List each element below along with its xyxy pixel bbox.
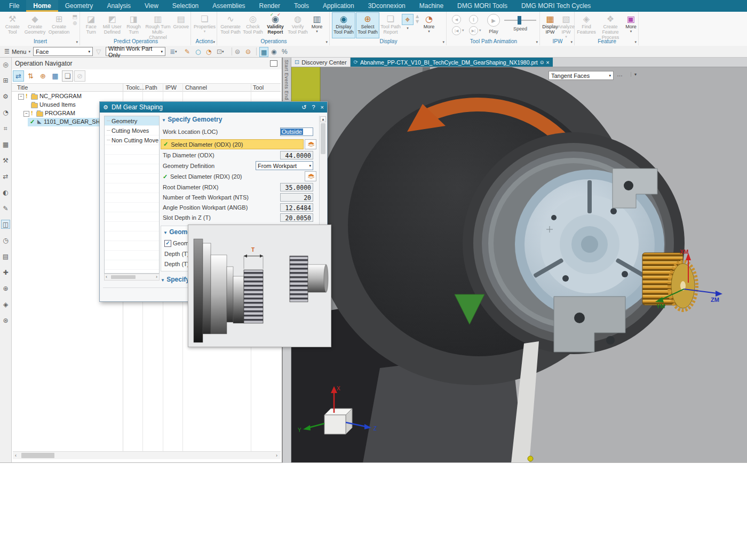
step-backward-button[interactable]: ◀ [452,15,461,24]
scrollbar-thumb[interactable] [21,453,54,458]
face-rule-select[interactable]: Tangent Faces▾ [549,71,614,80]
tree-row-nc-program[interactable]: − ! NC_PROGRAM [12,92,281,101]
scroll-right-icon[interactable]: › [276,453,277,458]
more-options-button[interactable]: … [617,71,623,77]
menu-geometry[interactable]: Geometry [58,0,100,12]
create-tool-button[interactable]: ⚒Create Tool [2,12,22,38]
type-filter-select[interactable]: Face▾ [33,47,93,56]
column-ipw[interactable]: IPW [165,84,177,91]
menu-application[interactable]: Application [316,0,361,12]
3d-scene[interactable]: XM ZM YM X Y Z [283,67,747,463]
angle-position-field[interactable]: 12.6484 [280,203,313,212]
root-diameter-field[interactable]: 35.0000 [280,183,313,191]
process-assistant-icon[interactable]: ⇄ [1,172,10,181]
expand-toolbar-icon[interactable]: ▾ [631,72,637,77]
slot-depth-field[interactable]: 20.0050 [280,213,313,222]
group-dropdown-icon[interactable]: ▾ [76,40,78,44]
menu-assemblies[interactable]: Assemblies [205,0,252,12]
export-icon[interactable]: ⊕ [37,70,49,82]
find-features-button[interactable]: ◈Find Features [577,12,596,38]
close-tab-icon[interactable]: × [546,59,549,66]
column-channel[interactable]: Channel [185,84,207,91]
panel-window-icon[interactable] [270,60,277,67]
scope-filter-select[interactable]: Within Work Part Only▾ [106,47,165,56]
history-palette-icon[interactable]: ◫ [1,220,10,229]
point-snap-icon[interactable]: ✎ [185,47,190,56]
display-more-button[interactable]: ◔More▾ [421,12,437,38]
close-dialog-icon[interactable]: × [321,104,324,111]
feature-more-button[interactable]: ▣More▾ [625,12,637,38]
column-tool[interactable]: Tool [253,84,264,91]
tab-part-file[interactable]: ⟳ Abnahme_PP-CTX_V10_BI_TechCycle_DM_Gea… [351,58,553,67]
shaded-display-icon[interactable]: ▦ [259,47,268,57]
go-to-end-button[interactable]: ▶| [469,26,478,35]
rotate-object-icon[interactable]: ⊝ [245,47,251,56]
graphics-window[interactable]: Start Events End E ⊡ Discovery Center ⟳ … [283,58,747,463]
play-button[interactable]: ▶ [487,14,500,27]
group-dropdown-icon[interactable]: ▾ [442,40,444,44]
dialog-titlebar[interactable]: ⚙ DM Gear Shaping ↺ ? × [100,102,327,113]
system-clock-icon[interactable]: ◷ [1,236,10,245]
analyze-ipw-button[interactable]: ▧Analyze IPW▾ [559,12,574,38]
visualization-icon[interactable]: ✚ [1,268,10,277]
properties-dropdown-icon[interactable]: ▾ [204,29,206,33]
menu-home[interactable]: Home [26,0,58,12]
verify-tool-path-button[interactable]: ◍Verify Tool Path [287,12,308,38]
properties-button[interactable]: ❏Properties▾ [193,12,216,38]
arc-snap-icon[interactable]: ◔ [206,47,211,56]
delete-icon[interactable]: ⊘ [74,70,85,82]
select-tool-path-button[interactable]: ⊕Select Tool Path [356,12,379,38]
dialog-page-cutting-moves[interactable]: Cutting Moves [105,126,159,135]
more-dropdown-icon[interactable]: ▾ [630,29,632,33]
group-dropdown-icon[interactable]: ▾ [213,40,215,44]
group-dropdown-icon[interactable]: ▾ [325,40,328,44]
group-dropdown-icon[interactable]: ▾ [634,40,637,44]
group-dropdown-icon[interactable]: ▾ [570,40,573,44]
create-operation-button[interactable]: ⊞Create Operation [47,12,70,38]
selection-filter-icon[interactable]: ▽ [96,47,101,56]
go-to-end-dropdown-icon[interactable]: ▾ [479,28,481,33]
dialog-page-non-cutting-moves[interactable]: Non Cutting Move [105,135,159,145]
menu-file[interactable]: File [2,0,26,12]
reset-icon[interactable]: ↺ [301,104,306,111]
go-to-start-button[interactable]: |◀ [452,26,461,35]
menu-render[interactable]: Render [252,0,287,12]
geometry-definition-select[interactable]: From Workpart▾ [256,161,313,170]
speed-slider-thumb[interactable] [518,16,521,25]
number-of-teeth-field[interactable]: 20 [280,193,313,202]
column-title[interactable]: Title [17,84,28,91]
check-tool-path-button[interactable]: ◎Check Tool Path [242,12,264,38]
tab-discovery-center[interactable]: ⊡ Discovery Center [291,58,351,67]
snap-point-dropdown-icon[interactable]: ≣▾ [170,47,177,56]
tool-path-report-button[interactable]: ❏Tool Path Report [380,12,401,38]
geometry-offset-checkbox[interactable]: ✓ [164,240,171,247]
select-diameter-odx-row[interactable]: ✓ Select Diameter (ODX) (20) [161,139,304,149]
dialog-page-geometry[interactable]: Geometry [105,116,159,126]
cube-snap-dropdown-icon[interactable]: ⊡▾ [217,47,224,56]
percent-display-icon[interactable]: % [282,47,288,56]
create-geometry-button[interactable]: ◆Create Geometry [23,12,46,38]
pause-button[interactable]: ∥ [469,15,478,24]
work-location-input[interactable]: Outside [280,127,313,136]
groove-button[interactable]: ▤Groove [172,12,189,38]
menu-selection[interactable]: Selection [165,0,205,12]
insert-extra-buttons[interactable]: ⬒⊕ [71,12,78,38]
mill-user-defined-button[interactable]: ◩Mill User Defined [101,12,124,38]
face-turn-button[interactable]: ◪Face Turn [82,12,100,38]
help-icon[interactable]: ? [312,104,315,111]
scroll-up-icon[interactable]: ▲ [320,116,326,122]
create-feature-process-button[interactable]: ❖Create Feature Process [597,12,624,38]
section-specify[interactable]: ▼ Specify [161,276,189,283]
display-tool-path-button[interactable]: ◉Display Tool Path [332,12,355,38]
validity-report-button[interactable]: ◉✓✓Validity Report [264,12,287,38]
menu-dmg-mori-tech-cycles[interactable]: DMG MORI Tech Cycles [514,0,598,12]
menu-button[interactable]: ☰Menu▾ [2,47,33,56]
menu-dmg-mori-tools[interactable]: DMG MORI Tools [450,0,514,12]
reuse-library-icon[interactable]: ⌗ [1,124,10,133]
page-list-h-scrollbar[interactable]: ‹ › [104,274,160,281]
select-odx-layers-button[interactable] [305,139,316,149]
menu-view[interactable]: View [138,0,165,12]
tip-diameter-field[interactable]: 44.0000 [280,151,313,159]
materials-icon[interactable]: ▤ [1,252,10,261]
group-dropdown-icon[interactable]: ▾ [536,40,538,44]
